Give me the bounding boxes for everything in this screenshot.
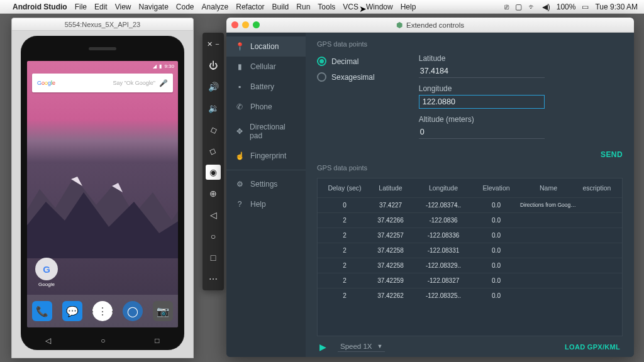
gps-table: Delay (sec)LatitudeLongitudeElevationNam… [317, 178, 623, 336]
menu-window[interactable]: Window [366, 3, 393, 11]
emulator-toolbar: ✕− ⏻ 🔊 🔉 ◇ ◇ ◉ ⊕ ◁ ○ □ ⋯ [203, 33, 224, 290]
table-row[interactable]: 037.4227-122.08374..0.0Directions from G… [318, 197, 622, 212]
table-row[interactable]: 237.42258-122.083310.0 [318, 243, 622, 258]
more-icon[interactable]: ⋯ [206, 272, 221, 287]
extended-controls-nav: 📍Location▮Cellular▪Battery✆Phone✥Directi… [226, 33, 306, 357]
latitude-field[interactable]: Latitude 37.4184 [419, 54, 545, 78]
clock[interactable]: Tue 9:30 AM [595, 3, 638, 11]
table-row[interactable]: 237.42262-122.08325..0.0 [318, 288, 622, 303]
phone-frame: ◢ ▮ 9:30 Google Say "Ok Google" 🎤 [21, 36, 184, 350]
mac-menubar: Android Studio FileEditViewNavigateCodeA… [0, 0, 644, 14]
table-body[interactable]: 037.4227-122.08374..0.0Directions from G… [318, 197, 622, 336]
nav-settings[interactable]: ⚙Settings [226, 174, 306, 194]
menu-refactor[interactable]: Refactor [236, 3, 264, 11]
messages-app-icon[interactable]: 💬 [62, 301, 82, 321]
airplay-icon[interactable]: ▢ [515, 3, 522, 11]
google-folder[interactable]: G Google [33, 258, 60, 287]
wallpaper-mountains [27, 158, 178, 258]
zoom-icon[interactable]: ⊕ [206, 186, 221, 201]
screenshot-icon[interactable]: ◉ [206, 165, 221, 180]
chrome-app-icon[interactable]: ◯ [123, 301, 143, 321]
rotate-right-icon[interactable]: ◇ [204, 141, 223, 161]
overview-key[interactable]: □ [155, 336, 159, 345]
phone-screen[interactable]: ◢ ▮ 9:30 Google Say "Ok Google" 🎤 [27, 61, 178, 327]
speed-select[interactable]: Speed 1X▼ [338, 341, 385, 352]
volume-down-icon[interactable]: 🔉 [206, 101, 221, 116]
radio-sexagesimal[interactable]: Sexagesimal [317, 72, 375, 82]
load-gpx-button[interactable]: LOAD GPX/KML [565, 343, 620, 351]
extended-controls-window: ⬢Extended controls 📍Location▮Cellular▪Ba… [226, 18, 634, 357]
play-button[interactable]: ▶ [319, 342, 326, 352]
home-icon[interactable]: ○ [206, 229, 221, 244]
signal-icon: ◢ [153, 63, 157, 69]
mic-icon[interactable]: 🎤 [159, 79, 168, 87]
altitude-field[interactable]: Altitude (meters) 0 [419, 115, 545, 139]
volume-up-icon[interactable]: 🔊 [206, 79, 221, 94]
wifi-icon[interactable]: ᯤ [528, 3, 536, 11]
emulator-title: 5554:Nexus_5X_API_23 [12, 18, 193, 31]
extended-controls-main: GPS data points Decimal Sexagesimal Lati… [306, 33, 634, 357]
menu-tools[interactable]: Tools [318, 3, 335, 11]
phone-app-icon[interactable]: 📞 [32, 301, 52, 321]
app-name[interactable]: Android Studio [13, 3, 67, 11]
close-minimize[interactable]: ✕− [206, 36, 221, 52]
overview-icon[interactable]: □ [206, 250, 221, 265]
window-title: Extended controls [406, 21, 464, 29]
menu-code[interactable]: Code [176, 3, 194, 11]
android-icon: ⬢ [396, 21, 402, 30]
nav-battery[interactable]: ▪Battery [226, 77, 306, 97]
nav-location[interactable]: 📍Location [226, 36, 306, 57]
battery-icon[interactable]: ▭ [582, 3, 589, 11]
emulator-window: 5554:Nexus_5X_API_23 ◢ ▮ 9:30 Google Say… [11, 18, 194, 358]
nav-cellular[interactable]: ▮Cellular [226, 57, 306, 77]
search-placeholder: Say "Ok Google" [55, 80, 155, 86]
battery-icon: ▮ [159, 63, 162, 69]
android-nav-keys: ◁ ○ □ [21, 336, 184, 345]
android-statusbar: ◢ ▮ 9:30 [27, 61, 178, 71]
menu-run[interactable]: Run [296, 3, 310, 11]
menu-view[interactable]: View [115, 3, 131, 11]
android-dock: 📞 💬 ⋮⋮⋮ ◯ 📷 [27, 295, 178, 327]
back-key[interactable]: ◁ [45, 336, 51, 345]
table-header: Delay (sec)LatitudeLongitudeElevationNam… [318, 178, 622, 197]
extended-controls-titlebar[interactable]: ⬢Extended controls [226, 18, 634, 33]
nav-phone[interactable]: ✆Phone [226, 97, 306, 117]
status-time: 9:30 [164, 63, 174, 69]
google-search-bar[interactable]: Google Say "Ok Google" 🎤 [32, 74, 173, 92]
nav-fingerprint[interactable]: ☝Fingerprint [226, 146, 306, 166]
desktop: 5554:Nexus_5X_API_23 ◢ ▮ 9:30 Google Say… [0, 14, 644, 362]
nav-directional-pad[interactable]: ✥Directional pad [226, 117, 306, 146]
menu-navigate[interactable]: Navigate [138, 3, 168, 11]
table-row[interactable]: 237.42266-122.08360.0 [318, 212, 622, 228]
traffic-lights[interactable] [231, 21, 260, 28]
back-icon[interactable]: ◁ [206, 207, 221, 222]
table-row[interactable]: 237.42257-122.083360.0 [318, 228, 622, 243]
camera-app-icon[interactable]: 📷 [153, 301, 173, 321]
table-row[interactable]: 237.42258-122.08329..0.0 [318, 258, 622, 273]
table-row[interactable]: 237.42259-122.083270.0 [318, 273, 622, 288]
menu-build[interactable]: Build [272, 3, 289, 11]
section-title-2: GPS data points [317, 164, 623, 172]
volume-icon[interactable]: ◀) [542, 3, 550, 11]
google-logo: Google [37, 80, 55, 86]
menu-analyze[interactable]: Analyze [202, 3, 229, 11]
screen-share-icon[interactable]: ⎚ [504, 3, 509, 11]
section-title-1: GPS data points [317, 40, 623, 48]
power-icon[interactable]: ⏻ [206, 58, 221, 73]
radio-decimal[interactable]: Decimal [317, 57, 375, 66]
menu-file[interactable]: File [75, 3, 87, 11]
menu-vcs[interactable]: VCS [343, 3, 358, 11]
menu-help[interactable]: Help [401, 3, 416, 11]
longitude-field[interactable]: Longitude 122.0880 [419, 84, 545, 109]
home-key[interactable]: ○ [101, 336, 105, 345]
battery-percent[interactable]: 100% [557, 3, 576, 11]
send-button[interactable]: SEND [601, 150, 623, 159]
nav-help[interactable]: ?Help [226, 194, 306, 214]
app-drawer-icon[interactable]: ⋮⋮⋮ [92, 301, 113, 321]
menu-edit[interactable]: Edit [94, 3, 108, 11]
rotate-left-icon[interactable]: ◇ [204, 120, 223, 140]
